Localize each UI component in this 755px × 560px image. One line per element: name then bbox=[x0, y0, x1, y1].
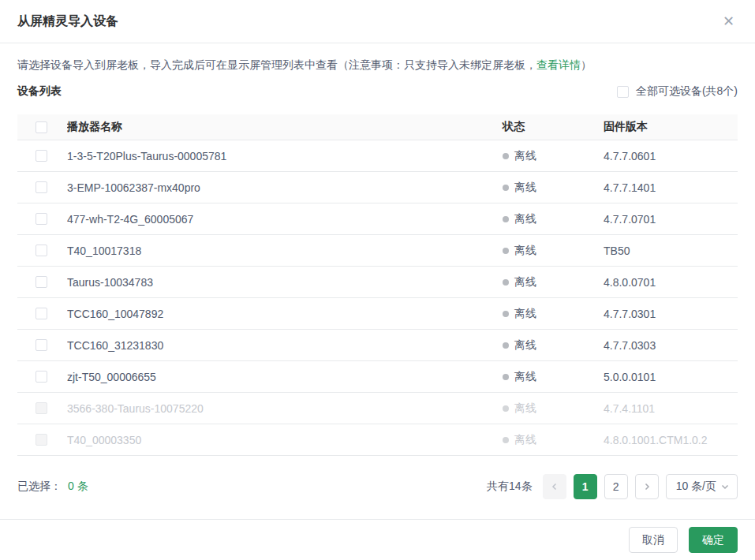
row-checkbox[interactable] bbox=[36, 402, 47, 414]
status-dot-icon bbox=[503, 374, 509, 380]
status-text: 离线 bbox=[514, 433, 536, 447]
device-status: 离线 bbox=[503, 244, 604, 258]
device-name: TCC160_31231830 bbox=[67, 339, 503, 352]
device-name: T40_10017318 bbox=[67, 245, 503, 257]
status-dot-icon bbox=[503, 342, 509, 349]
row-checkbox[interactable] bbox=[36, 181, 47, 193]
chevron-right-icon bbox=[643, 483, 651, 491]
prev-page-button[interactable] bbox=[543, 474, 566, 499]
table-row: 477-wh-T2-4G_60005067 离线 4.7.7.0701 bbox=[17, 203, 738, 235]
confirm-button[interactable]: 确定 bbox=[689, 527, 738, 553]
table-row: TCC160_31231830 离线 4.7.7.0303 bbox=[17, 330, 738, 361]
notice-main: 请选择设备导入到屏老板，导入完成后可在显示屏管理列表中查看 bbox=[17, 58, 338, 71]
status-dot-icon bbox=[503, 153, 509, 159]
select-all-available-checkbox[interactable] bbox=[617, 86, 629, 98]
device-status: 离线 bbox=[503, 307, 604, 321]
column-header-name: 播放器名称 bbox=[67, 120, 503, 134]
close-icon[interactable]: ✕ bbox=[719, 11, 738, 32]
row-checkbox[interactable] bbox=[36, 150, 47, 162]
column-header-status: 状态 bbox=[503, 120, 604, 134]
device-firmware: 4.7.4.1101 bbox=[604, 402, 738, 415]
row-checkbox[interactable] bbox=[36, 245, 47, 256]
device-name: 477-wh-T2-4G_60005067 bbox=[67, 213, 503, 226]
notice-paren-close: ） bbox=[581, 58, 592, 71]
status-text: 离线 bbox=[514, 307, 536, 321]
device-status: 离线 bbox=[503, 338, 604, 353]
row-checkbox[interactable] bbox=[36, 213, 47, 225]
column-header-firmware: 固件版本 bbox=[604, 120, 738, 134]
device-name: 3-EMP-10062387-mx40pro bbox=[67, 181, 503, 194]
row-checkbox[interactable] bbox=[36, 434, 47, 446]
device-name: zjt-T50_00006655 bbox=[67, 371, 503, 383]
device-status: 离线 bbox=[503, 433, 604, 447]
row-checkbox-cell bbox=[17, 339, 67, 351]
page-size-value: 10 条/页 bbox=[676, 480, 716, 494]
status-dot-icon bbox=[503, 279, 509, 286]
device-firmware: 4.7.7.1401 bbox=[604, 181, 738, 194]
header-checkbox-cell bbox=[17, 121, 67, 133]
row-checkbox[interactable] bbox=[36, 371, 47, 383]
table-header-row: 播放器名称 状态 固件版本 bbox=[17, 114, 738, 140]
device-status: 离线 bbox=[503, 181, 604, 195]
page-size-select[interactable]: 10 条/页 bbox=[666, 474, 738, 499]
cancel-button[interactable]: 取消 bbox=[629, 527, 678, 553]
table-row: zjt-T50_00006655 离线 5.0.0.0101 bbox=[17, 361, 738, 393]
select-all-available-label: 全部可选设备(共8个) bbox=[636, 84, 738, 99]
next-page-button[interactable] bbox=[635, 474, 659, 499]
device-name: 3566-380-Taurus-10075220 bbox=[67, 402, 503, 415]
page-button-1[interactable]: 1 bbox=[574, 474, 597, 499]
row-checkbox-cell bbox=[17, 434, 67, 446]
table-row: T40_00003350 离线 4.8.0.1001.CTM1.0.2 bbox=[17, 424, 738, 456]
device-list-label: 设备列表 bbox=[17, 84, 62, 99]
device-firmware: 5.0.0.0101 bbox=[604, 371, 738, 383]
row-checkbox-cell bbox=[17, 276, 67, 288]
device-firmware: 4.7.7.0301 bbox=[604, 308, 738, 320]
table-row: Taurus-10034783 离线 4.8.0.0701 bbox=[17, 267, 738, 298]
device-firmware: 4.8.0.1001.CTM1.0.2 bbox=[604, 434, 738, 446]
status-dot-icon bbox=[503, 405, 509, 412]
device-firmware: 4.7.7.0303 bbox=[604, 339, 738, 352]
row-checkbox-cell bbox=[17, 213, 67, 225]
row-checkbox-cell bbox=[17, 402, 67, 414]
selected-label: 已选择： bbox=[17, 480, 62, 494]
table-footer: 已选择： 0 条 共有14条 1 2 10 条/页 bbox=[17, 474, 738, 499]
device-name: T40_00003350 bbox=[67, 434, 503, 446]
device-firmware: 4.8.0.0701 bbox=[604, 276, 738, 289]
status-dot-icon bbox=[503, 437, 509, 443]
device-name: TCC160_10047892 bbox=[67, 308, 503, 320]
view-details-link[interactable]: 查看详情 bbox=[536, 58, 581, 71]
table-row: TCC160_10047892 离线 4.7.7.0301 bbox=[17, 298, 738, 330]
table-row: 1-3-5-T20Plus-Taurus-00005781 离线 4.7.7.0… bbox=[17, 140, 738, 172]
row-checkbox[interactable] bbox=[36, 308, 47, 319]
select-all-available[interactable]: 全部可选设备(共8个) bbox=[617, 84, 738, 99]
status-text: 离线 bbox=[514, 338, 536, 353]
device-firmware: TB50 bbox=[604, 245, 738, 257]
status-text: 离线 bbox=[514, 401, 536, 416]
row-checkbox-cell bbox=[17, 150, 67, 162]
list-bar: 设备列表 全部可选设备(共8个) bbox=[17, 84, 738, 99]
device-table: 播放器名称 状态 固件版本 1-3-5-T20Plus-Taurus-00005… bbox=[17, 114, 738, 456]
dialog-title: 从屏精灵导入设备 bbox=[17, 13, 118, 30]
row-checkbox[interactable] bbox=[36, 339, 47, 351]
status-dot-icon bbox=[503, 185, 509, 191]
table-body: 1-3-5-T20Plus-Taurus-00005781 离线 4.7.7.0… bbox=[17, 140, 738, 456]
import-device-dialog: 从屏精灵导入设备 ✕ 请选择设备导入到屏老板，导入完成后可在显示屏管理列表中查看… bbox=[0, 0, 755, 560]
selection-info: 已选择： 0 条 bbox=[17, 480, 88, 494]
select-all-rows-checkbox[interactable] bbox=[36, 121, 47, 133]
row-checkbox-cell bbox=[17, 371, 67, 383]
dialog-footer: 取消 确定 bbox=[0, 519, 755, 560]
notice-text: 请选择设备导入到屏老板，导入完成后可在显示屏管理列表中查看（注意事项：只支持导入… bbox=[17, 57, 738, 73]
status-dot-icon bbox=[503, 248, 509, 254]
device-status: 离线 bbox=[503, 401, 604, 416]
status-text: 离线 bbox=[514, 275, 536, 289]
status-text: 离线 bbox=[514, 212, 536, 226]
device-firmware: 4.7.7.0701 bbox=[604, 213, 738, 226]
page-button-2[interactable]: 2 bbox=[604, 474, 628, 499]
dialog-body: 请选择设备导入到屏老板，导入完成后可在显示屏管理列表中查看（注意事项：只支持导入… bbox=[0, 43, 755, 519]
device-firmware: 4.7.7.0601 bbox=[604, 150, 738, 162]
row-checkbox[interactable] bbox=[36, 276, 47, 288]
notice-paren-open: （注意事项：只支持导入未绑定屏老板， bbox=[338, 58, 536, 71]
table-row: 3566-380-Taurus-10075220 离线 4.7.4.1101 bbox=[17, 393, 738, 424]
selected-count: 0 条 bbox=[68, 480, 88, 494]
total-count: 共有14条 bbox=[487, 480, 533, 494]
